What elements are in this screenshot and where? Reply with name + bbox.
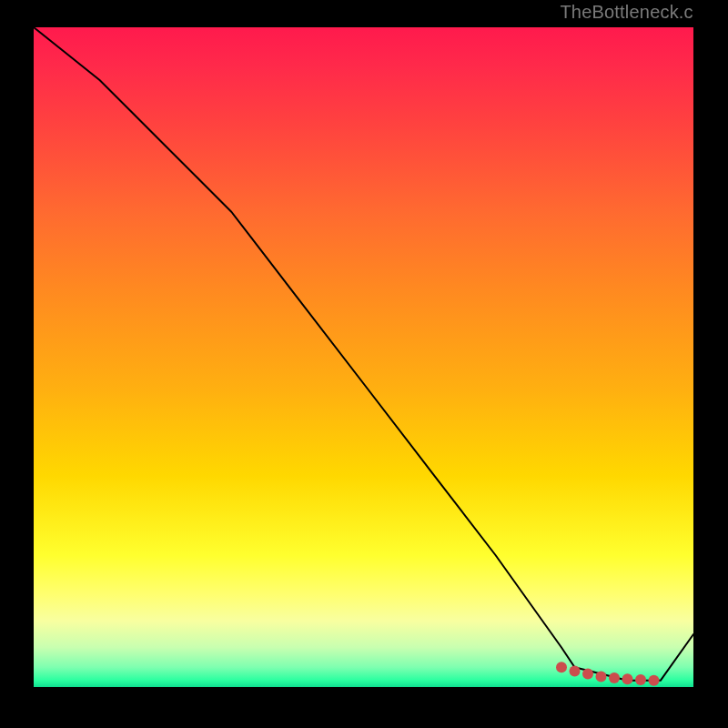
bottom-dot	[622, 673, 633, 684]
bottom-dot	[609, 672, 620, 683]
chart-frame: TheBottleneck.com	[0, 0, 728, 728]
bottom-dots-layer	[556, 662, 660, 686]
plot-svg	[34, 27, 693, 687]
bottom-dot	[570, 666, 581, 677]
main-curve	[34, 27, 693, 681]
bottom-dot	[635, 674, 646, 685]
bottom-black-border	[0, 687, 728, 728]
bottom-dot	[596, 671, 607, 682]
bottom-dot	[649, 675, 660, 686]
bottom-dot	[556, 662, 567, 672]
main-curve-layer	[34, 27, 693, 681]
bottom-dot	[582, 669, 593, 680]
right-black-border	[693, 0, 728, 728]
plot-area	[34, 27, 693, 687]
